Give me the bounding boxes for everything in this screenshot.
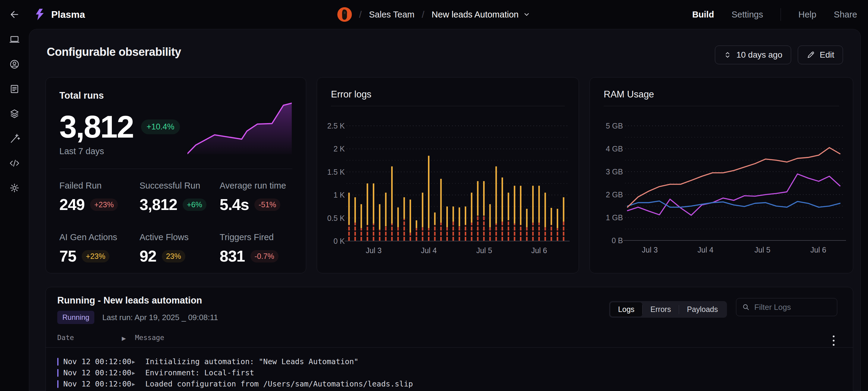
nav-share[interactable]: Share	[834, 10, 857, 20]
sidebar-item-docs[interactable]	[9, 83, 20, 95]
nav-help[interactable]: Help	[798, 10, 816, 20]
tab-errors[interactable]: Errors	[643, 302, 679, 316]
sidebar-item-desktop[interactable]	[9, 34, 20, 45]
layers-icon	[9, 108, 20, 119]
expand-arrow-icon[interactable]: ▶	[132, 359, 145, 365]
breadcrumb-automation-label: New leads Automation	[432, 10, 519, 20]
log-date: Nov 12 00:12:00	[63, 380, 132, 388]
sidebar-item-layers[interactable]	[9, 108, 20, 119]
log-row[interactable]: Nov 12 00:12:00▶Initializing automation:…	[57, 356, 841, 367]
svg-text:1 GB: 1 GB	[606, 213, 623, 222]
total-runs-card: Total runs 3,812 +10.4% Last 7 days Fail…	[45, 77, 306, 273]
stat-label: Average run time	[220, 181, 295, 191]
edit-button[interactable]: Edit	[798, 46, 843, 64]
brand: Plasma	[34, 8, 85, 21]
stat-value: 92	[140, 247, 156, 265]
svg-text:Jul 6: Jul 6	[531, 246, 547, 255]
code-icon	[9, 158, 20, 169]
log-level-tick	[57, 358, 59, 366]
back-button[interactable]	[8, 8, 21, 21]
sidebar-item-ai-actions[interactable]	[9, 133, 20, 144]
svg-text:5 GB: 5 GB	[606, 121, 623, 130]
search-icon	[742, 303, 750, 312]
tab-payloads[interactable]: Payloads	[679, 302, 726, 316]
edit-label: Edit	[820, 50, 834, 60]
log-message: Initializing automation: "New Leads Auto…	[145, 357, 358, 366]
svg-text:Jul 5: Jul 5	[754, 246, 770, 254]
time-range-button[interactable]: 10 days ago	[715, 46, 791, 64]
avatar[interactable]	[337, 7, 352, 22]
breadcrumb-automation[interactable]: New leads Automation	[432, 10, 531, 20]
page-actions: 10 days ago Edit	[715, 46, 843, 64]
sidebar	[0, 29, 29, 391]
run-log-panel: Running - New leads automation Running L…	[45, 287, 853, 391]
gear-icon	[9, 182, 20, 194]
stat-delta-badge: +6%	[183, 198, 207, 211]
stat-delta-badge: +23%	[82, 250, 110, 262]
last-run-text: Last run: Apr 19, 2025 _ 09:08:11	[102, 313, 218, 322]
log-tabs: LogsErrorsPayloads	[609, 301, 727, 318]
plasma-logo-icon	[34, 8, 46, 21]
avatar-image	[337, 7, 352, 22]
tab-logs[interactable]: Logs	[610, 302, 642, 316]
svg-text:0.5 K: 0.5 K	[327, 214, 345, 222]
pencil-icon	[807, 51, 815, 59]
stat-value: 75	[59, 247, 76, 265]
stat-label: Failed Run	[59, 181, 140, 191]
total-runs-value: 3,812	[59, 109, 133, 145]
sidebar-item-code[interactable]	[9, 158, 20, 169]
svg-text:Jul 4: Jul 4	[698, 246, 713, 254]
filter-logs-input[interactable]	[754, 303, 831, 312]
log-level-tick	[57, 380, 59, 388]
plasma-app: Plasma / Sales Team / New leads Automati…	[0, 0, 868, 391]
expand-arrow-icon[interactable]: ▶	[132, 381, 145, 387]
total-runs-title: Total runs	[59, 90, 104, 101]
stat-active-flows: Active Flows9223%	[140, 232, 220, 265]
svg-text:1.5 K: 1.5 K	[327, 168, 345, 176]
sidebar-item-settings[interactable]	[9, 182, 20, 194]
log-row[interactable]: Nov 12 00:12:00▶Environment: Local-first	[57, 367, 841, 378]
user-circle-icon	[9, 58, 20, 70]
magic-wand-icon	[9, 133, 20, 144]
sort-chevrons-icon	[724, 51, 732, 59]
sidebar-item-account[interactable]	[9, 58, 20, 70]
column-message: Message	[135, 334, 164, 341]
content-panel: Configurable obserability 10 days ago Ed…	[29, 29, 861, 391]
log-rows: Nov 12 00:12:00▶Initializing automation:…	[57, 356, 841, 390]
svg-text:2.5 K: 2.5 K	[327, 121, 345, 130]
stat-label: AI Gen Actions	[59, 232, 140, 242]
stat-average-run-time: Average run time5.4s-51%	[220, 181, 295, 214]
svg-text:Jul 3: Jul 3	[366, 246, 381, 255]
stat-delta-badge: -51%	[254, 198, 280, 211]
svg-text:1 K: 1 K	[333, 191, 345, 199]
run-log-meta: Running Last run: Apr 19, 2025 _ 09:08:1…	[57, 311, 218, 324]
card-divider	[59, 169, 292, 169]
stat-value: 5.4s	[220, 196, 249, 214]
svg-text:0 B: 0 B	[612, 236, 623, 245]
log-table-header: Date ▶ Message	[46, 331, 853, 347]
svg-text:Jul 3: Jul 3	[642, 246, 658, 254]
run-log-title: Running - New leads automation	[57, 295, 202, 306]
error-logs-card: Error logs 0 K0.5 K1 K1.5 K2 K2.5 KJul 3…	[317, 77, 579, 273]
error-logs-chart: 0 K0.5 K1 K1.5 K2 K2.5 KJul 3Jul 4Jul 5J…	[317, 78, 579, 274]
stat-label: Active Flows	[140, 232, 220, 242]
nav-settings[interactable]: Settings	[732, 10, 763, 20]
breadcrumb-separator: /	[422, 9, 424, 20]
stat-successful-run: Successful Run3,812+6%	[140, 181, 220, 214]
log-message: Environment: Local-first	[145, 368, 254, 377]
log-date: Nov 12 00:12:00	[63, 357, 132, 366]
time-range-label: 10 days ago	[736, 50, 782, 60]
nav-build[interactable]: Build	[692, 10, 714, 20]
filter-logs-box	[736, 298, 837, 316]
stat-triggers-fired: Triggers Fired831-0.7%	[220, 232, 295, 265]
breadcrumb: / Sales Team / New leads Automation	[337, 0, 530, 29]
stat-label: Successful Run	[140, 181, 220, 191]
log-row[interactable]: Nov 12 00:12:00▶Loaded configuration fro…	[57, 378, 841, 390]
breadcrumb-team[interactable]: Sales Team	[369, 10, 414, 20]
stat-delta-badge: -0.7%	[250, 250, 278, 262]
expand-arrow-icon[interactable]: ▶	[132, 370, 145, 376]
kebab-menu-icon[interactable]	[831, 334, 836, 347]
column-date: Date	[57, 334, 74, 341]
status-badge: Running	[57, 311, 94, 324]
back-arrow-icon	[8, 8, 21, 21]
